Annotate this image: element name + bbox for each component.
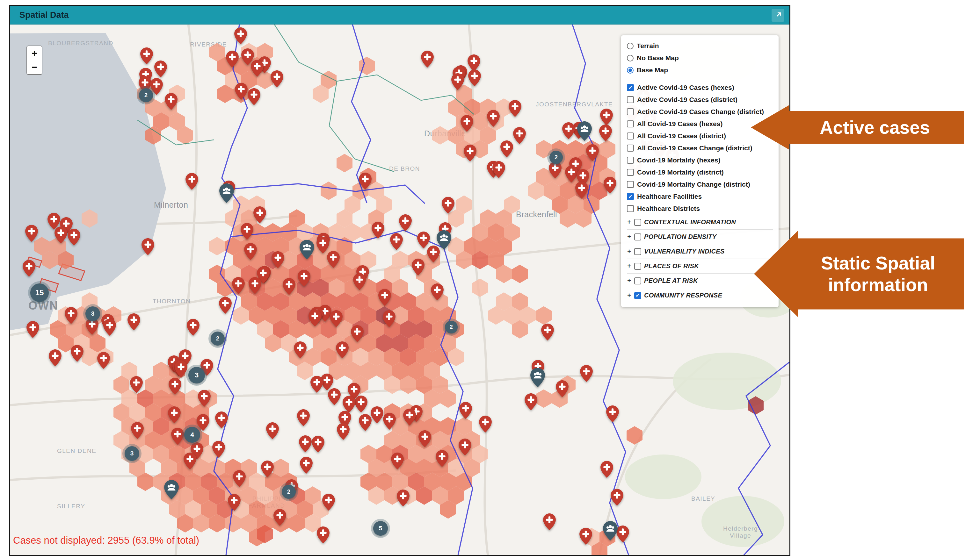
healthcare-facility-pin[interactable] (397, 489, 409, 506)
healthcare-facility-pin[interactable] (468, 69, 481, 86)
healthcare-facility-pin[interactable] (49, 350, 61, 366)
case-cluster-marker[interactable]: 15 (30, 284, 49, 302)
zoom-out-button[interactable]: − (27, 60, 42, 74)
healthcare-facility-pin[interactable] (67, 229, 80, 246)
healthcare-facility-pin[interactable] (232, 277, 245, 294)
healthcare-facility-pin[interactable] (543, 514, 556, 530)
healthcare-facility-pin[interactable] (606, 405, 619, 422)
case-cluster-marker[interactable]: 3 (188, 367, 205, 384)
healthcare-facility-pin[interactable] (97, 352, 110, 369)
healthcare-facility-pin[interactable] (297, 409, 310, 426)
healthcare-facility-pin[interactable] (556, 380, 569, 397)
healthcare-facility-pin[interactable] (226, 51, 239, 67)
healthcare-facility-pin[interactable] (71, 345, 84, 362)
expand-button[interactable] (771, 9, 784, 22)
layer-group-community-response[interactable]: +✓COMMUNITY RESPONSE (627, 288, 773, 302)
layer-option-active-covid-19-cases-change-district-[interactable]: Active Covid-19 Cases Change (district) (627, 106, 773, 118)
layer-option-covid-19-mortality-change-district-[interactable]: Covid-19 Mortality Change (district) (627, 178, 773, 190)
layer-option-active-covid-19-cases-hexes-[interactable]: ✓Active Covid-19 Cases (hexes) (627, 82, 773, 94)
healthcare-facility-pin[interactable] (565, 166, 578, 182)
healthcare-facility-pin[interactable] (343, 396, 355, 413)
healthcare-facility-pin[interactable] (198, 390, 210, 407)
healthcare-facility-pin[interactable] (359, 172, 372, 189)
healthcare-facility-pin[interactable] (26, 321, 39, 338)
case-cluster-marker[interactable]: 3 (125, 446, 139, 461)
healthcare-facility-pin[interactable] (131, 422, 144, 439)
healthcare-facility-pin[interactable] (187, 319, 199, 336)
healthcare-facility-pin[interactable] (372, 222, 384, 238)
healthcare-facility-pin[interactable] (228, 494, 241, 511)
layer-option-all-covid-19-cases-change-district-[interactable]: All Covid-19 Cases Change (district) (627, 142, 773, 154)
healthcare-facility-pin[interactable] (171, 428, 184, 445)
healthcare-facility-pin[interactable] (241, 223, 253, 240)
healthcare-facility-pin[interactable] (460, 115, 473, 132)
healthcare-facility-pin[interactable] (197, 414, 209, 431)
community-response-pin[interactable] (219, 184, 234, 203)
layer-group-contextual-information[interactable]: +CONTEXTUAL INFORMATION (627, 215, 773, 229)
case-cluster-marker[interactable]: 2 (282, 485, 296, 499)
healthcare-facility-pin[interactable] (487, 110, 500, 127)
healthcare-facility-pin[interactable] (271, 251, 284, 268)
healthcare-facility-pin[interactable] (322, 494, 335, 510)
layer-group-population-density[interactable]: +POPULATION DENSITY (627, 229, 773, 244)
healthcare-facility-pin[interactable] (327, 251, 340, 268)
layer-option-covid-19-mortality-district-[interactable]: Covid-19 Mortality (district) (627, 166, 773, 178)
healthcare-facility-pin[interactable] (399, 214, 412, 231)
layer-option-covid-19-mortality-hexes-[interactable]: Covid-19 Mortality (hexes) (627, 154, 773, 166)
case-cluster-marker[interactable]: 2 (139, 88, 153, 102)
healthcare-facility-pin[interactable] (184, 453, 196, 469)
healthcare-facility-pin[interactable] (541, 323, 554, 340)
healthcare-facility-pin[interactable] (611, 489, 623, 506)
healthcare-facility-pin[interactable] (298, 270, 311, 287)
healthcare-facility-pin[interactable] (330, 310, 343, 327)
healthcare-facility-pin[interactable] (390, 233, 403, 250)
case-cluster-marker[interactable]: 2 (549, 151, 563, 164)
healthcare-facility-pin[interactable] (300, 457, 312, 474)
healthcare-facility-pin[interactable] (248, 88, 260, 105)
healthcare-facility-pin[interactable] (54, 226, 67, 243)
healthcare-facility-pin[interactable] (492, 161, 505, 178)
healthcare-facility-pin[interactable] (509, 100, 521, 117)
healthcare-facility-pin[interactable] (467, 54, 480, 71)
healthcare-facility-pin[interactable] (600, 108, 613, 125)
healthcare-facility-pin[interactable] (248, 277, 261, 294)
healthcare-facility-pin[interactable] (251, 60, 263, 77)
healthcare-facility-pin[interactable] (337, 423, 350, 440)
healthcare-facility-pin[interactable] (299, 435, 312, 452)
healthcare-facility-pin[interactable] (436, 450, 449, 467)
layer-option-healthcare-facilities[interactable]: ✓Healthcare Facilities (627, 190, 773, 203)
healthcare-facility-pin[interactable] (266, 422, 279, 439)
healthcare-facility-pin[interactable] (235, 83, 248, 100)
community-response-pin[interactable] (299, 240, 314, 259)
healthcare-facility-pin[interactable] (186, 173, 198, 190)
healthcare-facility-pin[interactable] (403, 409, 416, 425)
healthcare-facility-pin[interactable] (141, 238, 154, 255)
healthcare-facility-pin[interactable] (479, 416, 492, 433)
healthcare-facility-pin[interactable] (219, 297, 232, 314)
case-cluster-marker[interactable]: 2 (210, 332, 225, 346)
healthcare-facility-pin[interactable] (359, 414, 372, 431)
community-response-pin[interactable] (437, 230, 451, 250)
healthcare-facility-pin[interactable] (25, 225, 38, 242)
healthcare-facility-pin[interactable] (383, 413, 396, 430)
healthcare-facility-pin[interactable] (212, 441, 225, 458)
healthcare-facility-pin[interactable] (600, 461, 613, 478)
healthcare-facility-pin[interactable] (271, 71, 283, 87)
expand-group-icon[interactable]: + (627, 233, 631, 240)
healthcare-facility-pin[interactable] (294, 341, 307, 358)
healthcare-facility-pin[interactable] (383, 310, 396, 327)
case-cluster-marker[interactable]: 4 (184, 427, 200, 443)
expand-group-icon[interactable]: + (627, 218, 631, 226)
case-cluster-marker[interactable]: 5 (373, 521, 388, 536)
healthcare-facility-pin[interactable] (442, 197, 454, 214)
healthcare-facility-pin[interactable] (575, 182, 588, 199)
healthcare-facility-pin[interactable] (65, 307, 77, 324)
healthcare-facility-pin[interactable] (599, 125, 612, 141)
healthcare-facility-pin[interactable] (312, 436, 324, 453)
case-cluster-marker[interactable]: 2 (445, 321, 458, 333)
healthcare-facility-pin[interactable] (431, 284, 444, 300)
healthcare-facility-pin[interactable] (355, 396, 367, 412)
healthcare-facility-pin[interactable] (328, 388, 341, 405)
community-response-pin[interactable] (603, 521, 618, 540)
healthcare-facility-pin[interactable] (525, 393, 537, 410)
